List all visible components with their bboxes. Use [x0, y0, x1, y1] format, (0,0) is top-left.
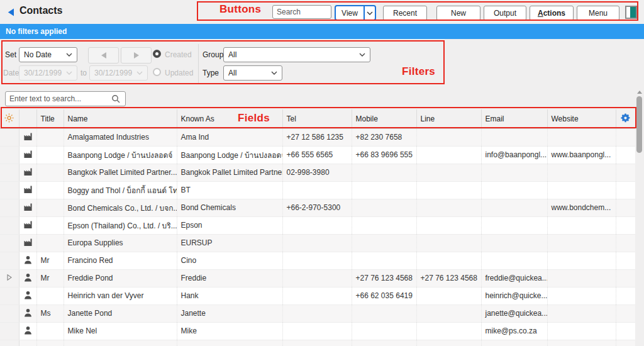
table-row[interactable]: Mr Freddie Pond Freddie +27 76 123 4568 … [0, 269, 635, 287]
table-row[interactable]: Epson (Thailand) Co., Ltd. / บริ... Epso… [0, 216, 635, 234]
contact-type-header[interactable] [19, 109, 36, 128]
cell-title[interactable] [36, 164, 64, 181]
cell-line[interactable] [416, 322, 481, 340]
cell-title[interactable] [36, 199, 64, 216]
column-header-known-as[interactable]: Known As [177, 109, 282, 128]
cell-title[interactable] [36, 287, 64, 304]
cell-tel[interactable] [282, 269, 352, 287]
cell-website[interactable] [547, 252, 616, 269]
cell-title[interactable]: Ms [36, 304, 64, 322]
set-dropdown[interactable]: No Date [19, 47, 77, 62]
cell-email[interactable]: janette@quickea... [481, 304, 547, 322]
row-selector-cell[interactable] [0, 322, 19, 340]
view-button[interactable]: View [335, 5, 376, 21]
cell-line[interactable] [416, 252, 481, 269]
cell-line[interactable] [416, 164, 481, 181]
created-radio[interactable] [153, 50, 161, 58]
cell-name[interactable]: Europa Supplies [64, 234, 177, 252]
cell-known-as[interactable]: Freddie [177, 269, 282, 287]
row-selector-cell[interactable] [0, 269, 19, 287]
cell-mobile[interactable] [352, 216, 416, 234]
vertical-scrollbar[interactable] [635, 88, 644, 346]
updated-radio[interactable] [153, 68, 161, 76]
cell-website[interactable] [547, 287, 616, 304]
cell-line[interactable]: +27 76 123 4568 [416, 269, 481, 287]
column-header-mobile[interactable]: Mobile [352, 109, 416, 128]
cell-title[interactable] [36, 216, 64, 234]
cell-line[interactable] [416, 128, 481, 146]
group-dropdown[interactable]: All [223, 47, 370, 62]
cell-website[interactable]: www.bondchem... [547, 199, 616, 216]
row-selector-cell[interactable] [0, 216, 19, 234]
column-header-line[interactable]: Line [416, 109, 481, 128]
column-settings-header[interactable] [616, 109, 635, 128]
cell-name[interactable]: Heinrich van der Vyver [64, 287, 177, 304]
cell-email[interactable]: freddie@quickea... [481, 269, 547, 287]
cell-line[interactable] [416, 146, 481, 164]
table-row[interactable]: Boggy and Thol / บ็อกกี้ แอนด์ โทล BT [0, 181, 635, 199]
grid-search-input[interactable] [6, 94, 111, 103]
table-row[interactable]: Europa Supplies EURSUP [0, 234, 635, 252]
cell-title[interactable]: Mr [36, 269, 64, 287]
table-row[interactable]: Bangkok Pallet Limited Partner... Bangko… [0, 164, 635, 181]
cell-email[interactable] [481, 199, 547, 216]
cell-line[interactable] [416, 199, 481, 216]
new-button[interactable]: New [436, 6, 480, 21]
cell-line[interactable] [416, 287, 481, 304]
cell-name[interactable]: Epson (Thailand) Co., Ltd. / บริ... [64, 216, 177, 234]
cell-mobile[interactable] [352, 181, 416, 199]
cell-known-as[interactable]: Cino [177, 252, 282, 269]
cell-known-as[interactable]: BT [177, 181, 282, 199]
cell-mobile[interactable]: +27 76 123 4568 [352, 269, 416, 287]
row-selector-cell[interactable] [0, 287, 19, 304]
cell-tel[interactable]: 02-998-3980 [282, 164, 352, 181]
cell-email[interactable] [481, 128, 547, 146]
column-header-title[interactable]: Title [36, 109, 64, 128]
cell-tel[interactable] [282, 181, 352, 199]
cell-website[interactable]: www.baanpongl... [547, 146, 616, 164]
date-from-dropdown[interactable]: 30/12/1999 [19, 65, 77, 81]
cell-known-as[interactable]: Hank [177, 287, 282, 304]
table-row[interactable]: Heinrich van der Vyver Hank +66 62 035 6… [0, 287, 635, 304]
search-input[interactable] [272, 5, 331, 19]
split-panel-icon[interactable] [625, 6, 637, 19]
cell-known-as[interactable]: Baanpong Lodge / บ้านปงลอดจ์ [177, 146, 282, 164]
grid-search-box[interactable] [5, 91, 126, 106]
cell-website[interactable] [547, 128, 616, 146]
chevron-down-icon[interactable] [365, 11, 375, 15]
scroll-up-icon[interactable] [637, 91, 642, 94]
next-date-button[interactable] [121, 47, 152, 64]
cell-title[interactable] [36, 128, 64, 146]
cell-tel[interactable] [282, 234, 352, 252]
cell-mobile[interactable] [352, 164, 416, 181]
cell-name[interactable]: Bangkok Pallet Limited Partner... [64, 164, 177, 181]
table-row[interactable]: Mike Nel Mike mike@ps.co.za [0, 322, 635, 340]
cell-title[interactable] [36, 181, 64, 199]
cell-email[interactable]: mike@ps.co.za [481, 322, 547, 340]
cell-mobile[interactable]: +66 62 035 6419 [352, 287, 416, 304]
cell-name[interactable]: Francino Red [64, 252, 177, 269]
table-row[interactable]: Ms Janette Pond Janette janette@quickea.… [0, 304, 635, 322]
cell-email[interactable] [481, 181, 547, 199]
cell-tel[interactable] [282, 322, 352, 340]
cell-mobile[interactable]: +66 83 9696 555 [352, 146, 416, 164]
cell-mobile[interactable] [352, 322, 416, 340]
cell-email[interactable] [481, 234, 547, 252]
menu-button[interactable]: Menu [577, 6, 619, 21]
cell-title[interactable] [36, 234, 64, 252]
cell-website[interactable] [547, 216, 616, 234]
recent-button[interactable]: Recent [383, 6, 427, 21]
cell-known-as[interactable]: Bond Chemicals [177, 199, 282, 216]
cell-title[interactable] [36, 146, 64, 164]
date-to-dropdown[interactable]: 30/12/1999 [89, 65, 148, 81]
cell-line[interactable] [416, 216, 481, 234]
cell-website[interactable] [547, 304, 616, 322]
back-icon[interactable] [8, 8, 15, 16]
cell-line[interactable] [416, 304, 481, 322]
cell-mobile[interactable] [352, 199, 416, 216]
cell-tel[interactable]: +27 12 586 1235 [282, 128, 352, 146]
actions-button[interactable]: Actions [530, 6, 574, 21]
column-header-website[interactable]: Website [547, 109, 616, 128]
row-selector-cell[interactable] [0, 199, 19, 216]
cell-email[interactable] [481, 216, 547, 234]
